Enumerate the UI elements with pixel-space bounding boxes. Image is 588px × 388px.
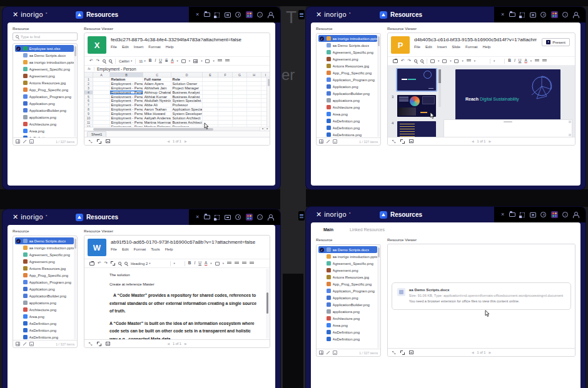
column-header[interactable]: E [203, 72, 218, 77]
sheet-tab[interactable]: Sheet1 [87, 131, 106, 137]
resource-list-item[interactable]: AsDefinition.png [318, 117, 377, 124]
document-page[interactable]: The solution Create at reference Master … [84, 268, 270, 339]
resource-list-item[interactable]: App_Prog_Specific.png [15, 86, 74, 93]
italic-icon[interactable]: I [514, 59, 515, 63]
collapse-icon[interactable] [29, 342, 34, 346]
user-icon[interactable] [573, 12, 579, 17]
view-tab[interactable]: Linked Resources [350, 227, 385, 232]
resource-list-item[interactable]: aa inorigo introduction.pptx [15, 244, 74, 251]
resource-list-item[interactable]: ApplicationBuilder.png [318, 90, 377, 97]
strikethrough-icon[interactable]: S [165, 59, 168, 63]
column-header[interactable]: A [93, 72, 110, 77]
list-scrollbar[interactable] [377, 34, 380, 137]
align-icon[interactable] [218, 59, 222, 62]
resource-list-item[interactable]: Antons Resources.jpg [318, 274, 377, 281]
row-number[interactable]: 5 [84, 95, 93, 99]
column-header[interactable]: I [261, 72, 270, 77]
resource-list-item[interactable]: Agreement_Specific.png [15, 66, 74, 72]
resource-list-item[interactable]: AsDefinition.png [318, 336, 377, 342]
fit-page-icon[interactable] [106, 342, 110, 346]
font-select[interactable]: ▾ [494, 59, 495, 62]
image-icon[interactable] [442, 59, 447, 63]
menu-item[interactable]: Tools [151, 247, 160, 251]
folder-icon[interactable] [204, 215, 210, 219]
apps-grid-icon[interactable] [246, 11, 253, 18]
bullet-list-icon[interactable] [250, 262, 254, 265]
underline-icon[interactable]: U [198, 261, 201, 266]
list-icon[interactable] [542, 59, 547, 62]
paragraph-style-select[interactable]: Heading 2▾ [131, 262, 151, 266]
expand-icon[interactable]: ⤡ [392, 139, 396, 144]
zoom-in-icon[interactable] [414, 59, 417, 62]
resource-list-item[interactable]: AsDefinition.png [318, 329, 377, 336]
align-right-icon[interactable] [235, 262, 239, 265]
slide-thumbnail-item[interactable] [392, 69, 438, 91]
resource-list-item[interactable]: aa inorigo introduction.pptx [15, 59, 74, 66]
row-number[interactable]: 1 [84, 77, 93, 81]
text-box-icon[interactable] [430, 59, 435, 63]
merge-cells-icon[interactable] [205, 59, 210, 63]
folder-icon[interactable] [509, 12, 515, 17]
clock-icon[interactable] [235, 214, 241, 220]
clock-icon[interactable] [540, 212, 546, 217]
window-icon[interactable] [530, 212, 536, 217]
grid-view-icon[interactable] [16, 342, 20, 346]
resource-list-item[interactable]: ApplicationBuilder.png [15, 292, 74, 299]
redo-icon[interactable]: ↷ [104, 261, 107, 266]
column-header[interactable]: H [247, 72, 261, 77]
resource-list-item[interactable]: Agreement.png [318, 56, 377, 62]
resource-list-item[interactable]: applications.png [15, 114, 74, 121]
font-size-select[interactable]: 11▾ [139, 59, 146, 63]
collapse-icon[interactable] [333, 351, 337, 355]
resource-list-item[interactable]: Agreement_Specific.png [318, 49, 377, 56]
folder-icon[interactable] [204, 12, 210, 17]
zoom-in-icon[interactable] [118, 262, 121, 265]
vertical-scrollbar[interactable] [266, 77, 270, 127]
row-number[interactable]: 6 [84, 99, 93, 102]
font-select[interactable]: Calibri▾ [119, 59, 132, 63]
edit-icon[interactable] [23, 342, 27, 346]
resource-list-item[interactable]: Application_Program.png [15, 93, 74, 100]
resource-list-item[interactable]: Agreement_Specific.png [15, 251, 74, 258]
align-icon[interactable] [535, 59, 539, 62]
window-icon[interactable] [530, 12, 536, 17]
menu-item[interactable]: Help [483, 44, 491, 49]
resource-list-item[interactable]: Antons Resources.jpg [15, 79, 74, 86]
resource-list-item[interactable]: applications.png [318, 308, 377, 315]
resource-list-item[interactable]: Application.png [15, 100, 74, 107]
list-scrollbar[interactable] [74, 44, 76, 137]
fill-color-icon[interactable] [181, 59, 186, 63]
row-number[interactable]: 4 [84, 91, 93, 94]
prev-page-icon[interactable]: ◀ [167, 342, 170, 346]
more-format-icon[interactable] [225, 59, 230, 62]
resource-list-item[interactable]: Application.png [318, 294, 377, 301]
resource-list-item[interactable]: Agreement_Specific.png [318, 260, 377, 267]
expand-icon[interactable]: ⤡ [89, 342, 93, 346]
fullscreen-icon[interactable] [97, 139, 101, 144]
view-tab[interactable]: Main [323, 227, 333, 232]
menu-item[interactable]: Edit [122, 247, 129, 251]
zoom-out-icon[interactable] [420, 59, 423, 62]
text-color-icon[interactable]: A [171, 59, 173, 63]
fullscreen-icon[interactable] [97, 342, 101, 346]
present-button[interactable]: Present [542, 38, 570, 46]
snap-window-icon[interactable] [215, 12, 220, 17]
slide-thumbnail[interactable] [397, 69, 436, 91]
menu-item[interactable]: File [414, 44, 420, 49]
row-number[interactable]: 12 [84, 125, 93, 127]
zoom-out-icon[interactable] [109, 59, 112, 62]
borders-icon[interactable] [193, 59, 198, 63]
prev-page-icon[interactable]: ◀ [472, 139, 474, 143]
print-icon[interactable] [89, 262, 94, 266]
fit-page-icon[interactable] [409, 351, 413, 354]
edit-icon[interactable] [326, 351, 330, 355]
grid-view-icon[interactable] [319, 139, 323, 144]
prev-page-icon[interactable]: ◀ [167, 139, 170, 143]
menu-item[interactable]: Help [165, 247, 173, 251]
prev-page-icon[interactable]: ◀ [472, 351, 474, 354]
row-number[interactable]: 9 [84, 112, 93, 116]
resource-list-item[interactable]: Application_Program.png [15, 279, 74, 286]
resource-list-item[interactable]: Architecture.png [15, 121, 74, 127]
collapse-icon[interactable] [29, 139, 34, 144]
undo-icon[interactable]: ↶ [98, 261, 101, 266]
